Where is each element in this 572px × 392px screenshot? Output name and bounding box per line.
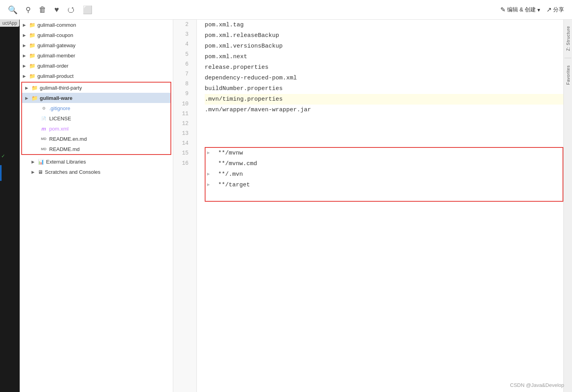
watermark: CSDN @Java&Develop [510,382,564,388]
main-layout: uctApp ✓ ▶ 📁 gulimall-common ▶ 📁 gulimal… [0,20,572,392]
code-line-10: .mvn/wrapper/maven-wrapper.jar [205,105,563,115]
folder-icon: 📁 [29,73,35,79]
tree-item-label: gulimall-ware [40,95,72,101]
collapse-arrow-icon: ▶ [23,74,28,78]
line-num: 12 [173,119,193,129]
collapse-arrow-icon: ▶ [23,64,28,68]
blue-bar-indicator [0,165,2,181]
scratches-label: Scratches and Consoles [45,169,100,175]
folder-icon: 📁 [29,53,35,59]
left-black-panel: uctApp ✓ [0,20,20,392]
tree-item-label: gulimall-gateway [37,42,76,48]
line-numbers: 2 3 4 5 6 7 8 9 10 11 12 13 14 15 16 [173,20,197,392]
tree-item-gulimall-member[interactable]: ▶ 📁 gulimall-member [20,50,173,61]
external-libraries-item[interactable]: ▶ 📊 External Libraries [20,156,173,167]
code-line-15: ▶ **/target [205,180,563,190]
collapse-arrow-icon: ▶ [23,43,28,48]
git-file-icon: ⚙ [40,106,47,110]
delete-icon[interactable]: 🗑 [39,5,46,14]
edit-create-label: 编辑 & 创建 [507,6,536,13]
tree-item-label: LICENSE [49,116,71,121]
heart-icon[interactable]: ♥ [54,5,59,14]
toolbar-left: 🔍 ⚲ 🗑 ♥ ⭯ ⬜ [8,5,93,15]
line-num: 11 [173,109,193,119]
tree-item-label: README.en.md [49,136,87,142]
line-num: 6 [173,59,193,69]
scratches-icon: 🖥 [38,169,43,175]
md-file-icon: MD [40,137,47,141]
line-num: 9 [173,89,193,99]
code-line-11 [205,115,563,147]
tree-item-gulimall-order[interactable]: ▶ 📁 gulimall-order [20,61,173,71]
sidebar: ▶ 📁 gulimall-common ▶ 📁 gulimall-coupon … [20,20,173,392]
tree-item-gulimall-third-party[interactable]: ▶ 📁 gulimall-third-party [22,83,170,93]
collapse-arrow-icon: ▶ [23,33,28,37]
tree-item-readme-en[interactable]: MD README.en.md [22,134,170,144]
line-num: 3 [173,29,193,39]
code-line-3: pom.xml.releaseBackup [205,30,563,41]
tree-item-gitignore[interactable]: ⚙ .gitignore [22,103,170,113]
tree-item-label: .gitignore [49,105,70,111]
line-num: 7 [173,69,193,79]
favorites-tab[interactable]: Favorites [565,63,571,87]
folder-icon: 📁 [29,32,35,38]
zoom-in-icon[interactable]: 🔍 [8,5,18,15]
tree-item-gulimall-ware[interactable]: ▶ 📁 gulimall-ware [22,93,170,103]
folder-icon: 📁 [29,42,35,48]
license-file-icon: 📄 [40,116,47,121]
folder-icon: 📁 [31,95,38,101]
product-app-tab: uctApp [0,20,19,27]
tree-item-label: README.md [49,146,80,152]
tree-item-label: gulimall-order [37,63,68,69]
tree-item-license[interactable]: 📄 LICENSE [22,113,170,123]
code-line-16 [205,190,563,201]
toolbar: 🔍 ⚲ 🗑 ♥ ⭯ ⬜ ✎ 编辑 & 创建 ▾ ↗ 分享 [0,0,572,20]
code-line-7: dependency-reduced-pom.xml [205,73,563,83]
tree-item-gulimall-product[interactable]: ▶ 📁 gulimall-product [20,71,173,81]
code-line-4: pom.xml.versionsBackup [205,41,563,52]
line-num: 4 [173,39,193,49]
pom-file-icon: m [40,126,47,132]
code-line-9: .mvn/timing.properties [205,94,563,105]
tree-item-readme[interactable]: MD README.md [22,144,170,154]
tree-item-label: gulimall-product [37,73,74,79]
tree-item-gulimall-coupon[interactable]: ▶ 📁 gulimall-coupon [20,30,173,40]
tree-item-label: gulimall-third-party [40,85,82,91]
crop-icon[interactable]: ⬜ [83,5,93,15]
share-button[interactable]: ↗ 分享 [546,6,564,13]
line-num: 10 [173,99,193,109]
line-num: 2 [173,20,193,29]
edit-create-button[interactable]: ✎ 编辑 & 创建 ▾ [500,6,540,13]
line-num: 13 [173,129,193,138]
dropdown-arrow-icon: ▾ [537,7,540,13]
tree-item-gulimall-common[interactable]: ▶ 📁 gulimall-common [20,20,173,30]
library-icon: 📊 [38,159,44,165]
right-vertical-tabs: Z: Structure Favorites [563,20,572,392]
collapse-arrow-icon: ▶ [31,170,37,174]
collapse-arrow-icon: ▶ [31,160,37,164]
code-content-area[interactable]: pom.xml.tag pom.xml.releaseBackup pom.xm… [197,20,563,392]
code-editor: 2 3 4 5 6 7 8 9 10 11 12 13 14 15 16 pom… [173,20,563,392]
green-check-indicator: ✓ [1,153,5,159]
code-line-13: **/mvnw.cmd [205,158,563,169]
edit-icon: ✎ [500,6,505,13]
tree-item-label: gulimall-coupon [37,32,73,38]
md-file-icon: MD [40,147,47,151]
structure-tab[interactable]: Z: Structure [565,24,571,53]
tree-item-label: gulimall-common [37,22,76,28]
history-icon[interactable]: ⭯ [67,5,75,14]
tree-item-gulimall-gateway[interactable]: ▶ 📁 gulimall-gateway [20,40,173,50]
code-line-6: release.properties [205,62,563,73]
scratches-consoles-item[interactable]: ▶ 🖥 Scratches and Consoles [20,167,173,177]
line-num: 14 [173,138,193,148]
code-line-8: buildNumber.properties [205,83,563,94]
share-label: 分享 [553,6,564,13]
tree-item-pom[interactable]: m pom.xml [22,123,170,134]
line-num: 16 [173,158,193,168]
toolbar-right: ✎ 编辑 & 创建 ▾ ↗ 分享 [500,6,564,13]
line-num: 15 [173,148,193,158]
collapse-arrow-icon: ▶ [23,23,28,27]
folder-icon: 📁 [29,63,35,69]
zoom-out-icon[interactable]: ⚲ [26,6,31,14]
code-line-14: ▶ **/.mvn [205,169,563,180]
